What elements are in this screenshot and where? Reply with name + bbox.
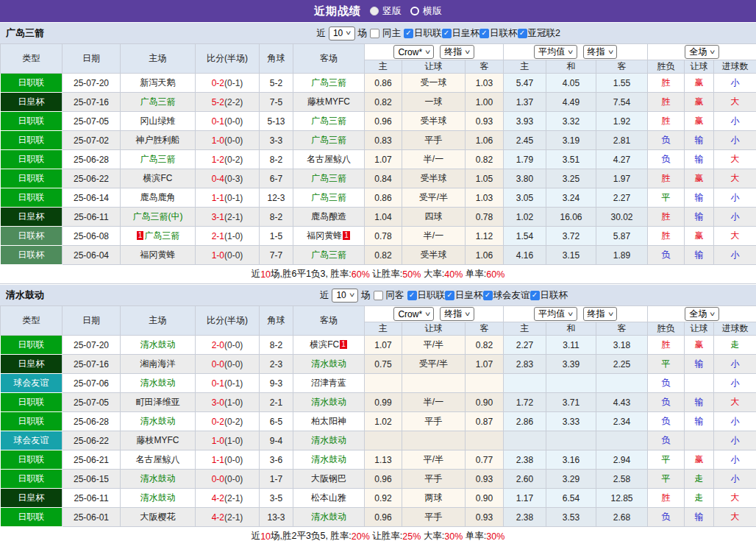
result: 负 xyxy=(648,246,685,265)
radio-icon[interactable] xyxy=(410,7,419,15)
league-filter-3[interactable]: ✓亚冠联2 xyxy=(518,27,560,40)
league-filter-2[interactable]: ✓球会友谊 xyxy=(483,289,530,302)
league-checkbox[interactable]: ✓ xyxy=(530,291,540,300)
col-type: 类型 xyxy=(1,306,63,336)
score: 0-0(0-0) xyxy=(196,470,260,489)
league-label: 日联杯 xyxy=(541,289,568,302)
odds-away: 1.03 xyxy=(466,188,504,208)
team-name-text: 大阪樱花 xyxy=(140,512,176,522)
match-date: 25-06-15 xyxy=(63,470,121,489)
results-table: 类型 日期 主场 比分(半场) 角球 客场 Crow*˅ 终指˅ xyxy=(0,43,756,265)
full-score: 1-1 xyxy=(212,193,224,203)
summary-value: 30% xyxy=(444,531,463,541)
avg-home xyxy=(504,374,546,393)
avg-draw: 3.25 xyxy=(546,169,596,188)
avg-select[interactable]: 平均值˅ xyxy=(534,45,577,59)
scope-select[interactable]: 全场˅ xyxy=(685,45,718,59)
avg-away: 1.55 xyxy=(596,74,648,93)
radio-icon[interactable] xyxy=(370,7,379,15)
league-checkbox[interactable]: ✓ xyxy=(407,291,417,300)
league-filter-0[interactable]: ✓日职联 xyxy=(404,27,442,40)
odds-home: 1.04 xyxy=(365,208,402,227)
team-name-text: 藤枝MYFC xyxy=(137,435,179,445)
corner-count: 5-2 xyxy=(260,74,293,93)
scope-select[interactable]: 全场˅ xyxy=(685,307,718,321)
col-away: 客场 xyxy=(293,44,365,74)
score: 3-1(2-1) xyxy=(196,208,260,227)
corner-count: 2-3 xyxy=(260,355,293,374)
games-count-select[interactable]: 10 ˅ xyxy=(329,26,355,40)
odds-away: 1.00 xyxy=(466,93,504,112)
score: 0-1(0-1) xyxy=(196,374,260,393)
col-score: 比分(半场) xyxy=(196,306,260,336)
team-section-shimizu: 清水鼓动 近 10 ˅ 场 同客 ✓日职联✓日皇杯✓球会友谊✓日联杯 xyxy=(0,284,756,541)
goals-result: 小 xyxy=(714,208,756,227)
score: 2-0(0-0) xyxy=(196,336,260,355)
match-type: 日职联 xyxy=(1,188,63,208)
team-name-text: 清水鼓动 xyxy=(311,454,346,464)
league-checkbox[interactable]: ✓ xyxy=(404,29,413,38)
odds-final-select[interactable]: 终指˅ xyxy=(440,45,474,59)
odds-handicap: 平手 xyxy=(402,508,466,527)
avg-final-select[interactable]: 终指˅ xyxy=(583,307,617,321)
col-date: 日期 xyxy=(63,44,121,74)
handicap-result: 赢 xyxy=(685,450,714,470)
odds-away: 0.93 xyxy=(466,508,504,527)
away-team: 福冈黄蜂1 xyxy=(293,227,365,246)
goals-result: 大 xyxy=(714,227,756,246)
avg-away: 4.27 xyxy=(596,150,648,169)
avg-draw: 3.72 xyxy=(546,227,596,246)
league-checkbox[interactable]: ✓ xyxy=(445,291,454,300)
avg-draw xyxy=(546,374,596,393)
match-date: 25-07-20 xyxy=(63,336,121,355)
radio-vertical-label: 竖版 xyxy=(382,4,402,18)
summary-value: 30% xyxy=(486,531,504,541)
summary-text: 近 xyxy=(252,268,261,280)
home-team: 鹿岛鹿角 xyxy=(121,188,196,208)
league-checkbox[interactable]: ✓ xyxy=(479,29,489,38)
summary-value: 25% xyxy=(402,531,421,541)
avg-select[interactable]: 平均值˅ xyxy=(534,307,577,321)
home-team: 福冈黄蜂 xyxy=(121,246,196,265)
home-team: 广岛三箭 xyxy=(121,150,196,169)
avg-draw: 3.29 xyxy=(546,470,596,489)
same-venue-checkbox[interactable] xyxy=(370,29,379,38)
league-filter-0[interactable]: ✓日职联 xyxy=(407,289,446,302)
match-type-text: 日皇杯 xyxy=(18,96,44,107)
handicap-result: 输 xyxy=(685,393,714,412)
home-team: 神户胜利船 xyxy=(121,131,196,150)
league-filter-3[interactable]: ✓日联杯 xyxy=(530,289,568,302)
league-checkbox[interactable]: ✓ xyxy=(518,29,527,38)
same-venue-checkbox[interactable] xyxy=(374,291,383,300)
away-team: 清水鼓动 xyxy=(293,450,365,470)
match-type-text: 日职联 xyxy=(18,473,44,484)
avg-away: 2.25 xyxy=(596,355,648,374)
odds-company-select[interactable]: Crow*˅ xyxy=(393,45,434,59)
league-filter-1[interactable]: ✓日皇杯 xyxy=(445,289,483,302)
away-team: 清水鼓动 xyxy=(293,355,365,374)
team-name-text: 冈山绿雉 xyxy=(140,116,176,126)
team-name-text: 广岛三箭 xyxy=(144,230,179,241)
odds-company-select[interactable]: Crow*˅ xyxy=(393,307,434,321)
match-date: 25-06-21 xyxy=(63,450,121,470)
games-count-select[interactable]: 10 ˅ xyxy=(332,289,358,303)
radio-horizontal-layout[interactable]: 横版 xyxy=(410,4,442,18)
home-team: 广岛三箭(中) xyxy=(121,208,196,227)
filter-bar: 近 10 ˅ 场 同客 ✓日职联✓日皇杯✓球会友谊✓日联杯 xyxy=(320,289,568,303)
goals-result: 大 xyxy=(714,93,756,112)
match-type: 日皇杯 xyxy=(1,208,63,227)
home-team: 清水鼓动 xyxy=(121,336,196,355)
goals-result: 大 xyxy=(714,508,756,527)
odds-final-select[interactable]: 终指˅ xyxy=(440,307,474,321)
odds-handicap: 一球 xyxy=(402,93,466,112)
league-checkbox[interactable]: ✓ xyxy=(483,291,493,300)
avg-final-select[interactable]: 终指˅ xyxy=(583,45,617,59)
handicap-result: 赢 xyxy=(685,336,714,355)
summary-text: 让胜率: xyxy=(370,530,402,541)
league-checkbox[interactable]: ✓ xyxy=(442,29,452,38)
match-type: 日职联 xyxy=(1,450,63,470)
league-filter-1[interactable]: ✓日皇杯 xyxy=(442,27,480,40)
full-score: 1-1 xyxy=(212,455,224,465)
league-filter-2[interactable]: ✓日联杯 xyxy=(479,27,518,40)
radio-vertical-layout[interactable]: 竖版 xyxy=(370,4,402,18)
